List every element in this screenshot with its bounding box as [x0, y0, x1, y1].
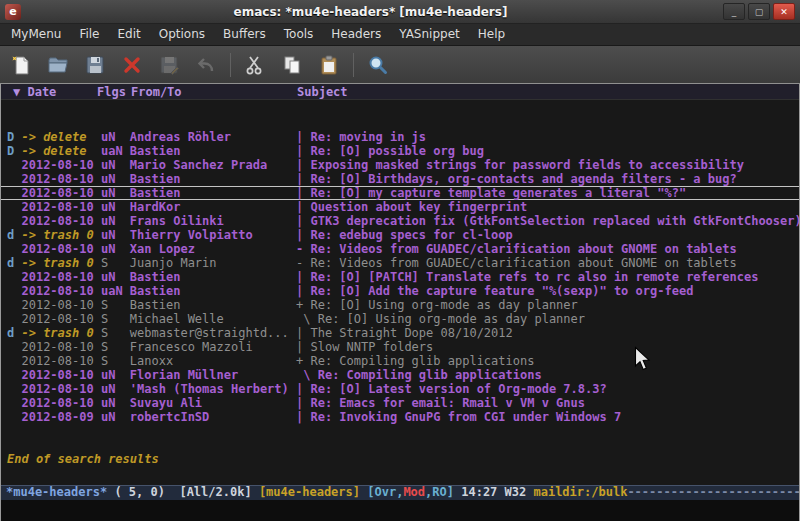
- message-date: 2012-08-10: [21, 312, 100, 326]
- message-row[interactable]: 2012-08-10 uN Bastien | Re: [O] Birthday…: [1, 172, 799, 186]
- mu4e-headers-buffer[interactable]: D -> delete uN Andreas Röhler | Re: movi…: [1, 100, 799, 485]
- message-row[interactable]: 2012-08-10 uN Frans Oilinki | GTK3 depre…: [1, 214, 799, 228]
- cut-icon[interactable]: [242, 52, 268, 78]
- message-flags: uN: [101, 130, 130, 144]
- minimize-button[interactable]: _: [723, 3, 745, 20]
- message-mark: [7, 284, 21, 298]
- toolbar: [0, 46, 800, 84]
- message-from: Bastien: [130, 270, 296, 284]
- message-flags: uN: [101, 200, 130, 214]
- message-from: Bastien: [130, 298, 296, 312]
- message-flags: S: [101, 326, 130, 340]
- menu-item-edit[interactable]: Edit: [109, 24, 150, 45]
- message-row[interactable]: D -> delete uaN Bastien | Re: [O] possib…: [1, 144, 799, 158]
- message-mark: [7, 410, 21, 424]
- menu-item-buffers[interactable]: Buffers: [214, 24, 275, 45]
- message-date: 2012-08-09: [21, 410, 100, 424]
- message-mark: [7, 158, 21, 172]
- close-button[interactable]: ✕: [773, 3, 795, 20]
- message-date: 2012-08-10: [21, 340, 100, 354]
- message-subject: \ Re: [O] Using org-mode as day planner: [296, 312, 585, 326]
- message-row[interactable]: 2012-08-10 S Lanoxx + Re: Compiling glib…: [1, 354, 799, 368]
- message-row[interactable]: 2012-08-10 S Francesco Mazzoli | Slow NN…: [1, 340, 799, 354]
- menu-item-yasnippet[interactable]: YASnippet: [390, 24, 469, 45]
- modeline-segment-plain: ( 5, 0) [All/2.0k]: [107, 485, 259, 499]
- message-from: Bastien: [130, 284, 296, 298]
- message-mark: [7, 270, 21, 284]
- menu-item-mymenu[interactable]: MyMenu: [2, 24, 70, 45]
- message-row[interactable]: 2012-08-09 uN robertcInSD | Re: Invoking…: [1, 410, 799, 424]
- message-from: 'Mash (Thomas Herbert): [130, 382, 296, 396]
- message-subject: | Re: [O] Add the capture feature "%(sex…: [296, 284, 693, 298]
- emacs-window: e emacs: *mu4e-headers* [mu4e-headers] _…: [0, 0, 800, 521]
- message-flags: S: [101, 298, 130, 312]
- message-row[interactable]: 2012-08-10 S Bastien + Re: [O] Using org…: [1, 298, 799, 312]
- menu-item-file[interactable]: File: [70, 24, 108, 45]
- message-row[interactable]: 2012-08-10 uN Mario Sanchez Prada | Expo…: [1, 158, 799, 172]
- message-subject: | Re: edebug specs for cl-loop: [296, 228, 513, 242]
- message-row[interactable]: 2012-08-10 uN Florian Müllner \ Re: Comp…: [1, 368, 799, 382]
- message-row[interactable]: 2012-08-10 uN 'Mash (Thomas Herbert) | R…: [1, 382, 799, 396]
- open-file-icon[interactable]: [45, 52, 71, 78]
- message-from: Mario Sanchez Prada: [130, 158, 296, 172]
- message-from: Frans Oilinki: [130, 214, 296, 228]
- message-row[interactable]: 2012-08-10 uN Suvayu Ali | Re: Emacs for…: [1, 396, 799, 410]
- column-header-fromto[interactable]: From/To: [131, 85, 182, 99]
- save-as-icon: [156, 52, 182, 78]
- message-date: -> trash 0: [21, 256, 100, 270]
- message-flags: S: [101, 354, 130, 368]
- menu-item-tools[interactable]: Tools: [275, 24, 323, 45]
- modeline-segment-red: Mod: [403, 485, 425, 499]
- message-row[interactable]: d -> trash 0 S webmaster@straightd... | …: [1, 326, 799, 340]
- message-row[interactable]: D -> delete uN Andreas Röhler | Re: movi…: [1, 130, 799, 144]
- menu-item-help[interactable]: Help: [469, 24, 514, 45]
- message-row[interactable]: 2012-08-10 uN Xan Lopez - Re: Videos fro…: [1, 242, 799, 256]
- message-date: -> trash 0: [21, 228, 100, 242]
- message-row[interactable]: d -> trash 0 S Juanjo Marin - Re: Videos…: [1, 256, 799, 270]
- emacs-frame: ▼ DateFlgsFrom/ToSubject D -> delete uN …: [0, 84, 800, 500]
- message-row[interactable]: 2012-08-10 uN Bastien | Re: [O] [PATCH] …: [1, 270, 799, 284]
- paste-icon[interactable]: [316, 52, 342, 78]
- column-header-flgs[interactable]: Flgs: [97, 85, 126, 99]
- maximize-button[interactable]: ▢: [748, 3, 770, 20]
- menu-item-headers[interactable]: Headers: [322, 24, 390, 45]
- message-date: 2012-08-10: [21, 284, 100, 298]
- copy-icon[interactable]: [279, 52, 305, 78]
- modeline-segment-gold: [mu4e-headers]: [259, 485, 360, 499]
- message-mark: [7, 214, 21, 228]
- message-mark: [7, 368, 21, 382]
- message-mark: D: [7, 144, 21, 158]
- message-mark: d: [7, 326, 21, 340]
- modeline-segment-dashes: ----------------------------------------…: [627, 485, 799, 499]
- titlebar[interactable]: e emacs: *mu4e-headers* [mu4e-headers] _…: [0, 0, 800, 24]
- message-row[interactable]: 2012-08-10 uN HardKor | Question about k…: [1, 200, 799, 214]
- kill-buffer-icon[interactable]: [119, 52, 145, 78]
- message-row[interactable]: 2012-08-10 S Michael Welle \ Re: [O] Usi…: [1, 312, 799, 326]
- message-row-current[interactable]: 2012-08-10 uN Bastien | Re: [O] my captu…: [1, 186, 799, 200]
- message-date: 2012-08-10: [21, 298, 100, 312]
- message-subject: | Re: Emacs for email: Rmail v VM v Gnus: [296, 396, 585, 410]
- message-date: -> delete: [21, 144, 100, 158]
- message-from: Suvayu Ali: [130, 396, 296, 410]
- message-from: Florian Müllner: [130, 368, 296, 382]
- save-icon[interactable]: [82, 52, 108, 78]
- column-header-date[interactable]: ▼ Date: [13, 85, 56, 99]
- search-icon[interactable]: [365, 52, 391, 78]
- message-flags: uN: [101, 158, 130, 172]
- message-subject: | Exposing masked strings for password f…: [296, 158, 744, 172]
- message-date: 2012-08-10: [21, 172, 100, 186]
- echo-area[interactable]: [0, 500, 800, 521]
- emacs-app-icon: e: [5, 4, 21, 20]
- message-mark: d: [7, 228, 21, 242]
- message-flags: uN: [101, 410, 130, 424]
- message-flags: uN: [101, 242, 130, 256]
- new-file-icon[interactable]: [8, 52, 34, 78]
- modeline-segment-blue: [Ovr,: [360, 485, 403, 499]
- message-row[interactable]: 2012-08-10 uaN Bastien | Re: [O] Add the…: [1, 284, 799, 298]
- menu-item-options[interactable]: Options: [150, 24, 214, 45]
- message-row[interactable]: d -> trash 0 uN Thierry Volpiatto | Re: …: [1, 228, 799, 242]
- message-mark: [7, 396, 21, 410]
- message-from: Thierry Volpiatto: [130, 228, 296, 242]
- message-date: 2012-08-10: [21, 396, 100, 410]
- column-header-subject[interactable]: Subject: [297, 85, 348, 99]
